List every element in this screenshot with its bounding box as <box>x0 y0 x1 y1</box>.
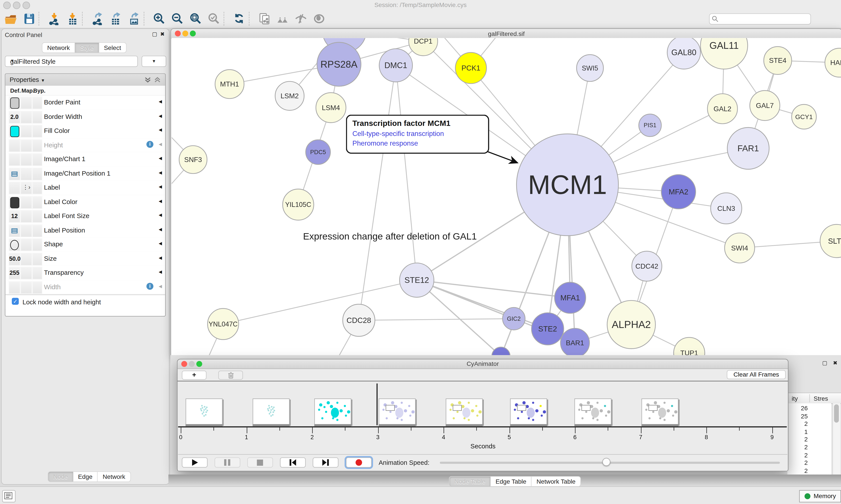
style-select[interactable]: galFiltered Style ▼ <box>5 56 138 67</box>
close-panel-icon[interactable]: ✖ <box>160 31 165 37</box>
collapse-all-icon[interactable] <box>154 77 161 83</box>
tab-edge[interactable]: Edge <box>73 471 98 482</box>
skip-start-button[interactable] <box>280 457 306 467</box>
frame-thumbnail-2[interactable] <box>252 398 289 425</box>
import-table-icon[interactable] <box>66 12 79 25</box>
console-button[interactable] <box>2 490 16 502</box>
position-icon[interactable] <box>8 224 20 237</box>
property-map-cell[interactable] <box>20 125 32 138</box>
table-cell-value[interactable]: 2 <box>787 420 808 427</box>
clear-all-frames-button[interactable]: Clear All Frames <box>727 370 786 379</box>
node-MTH1[interactable]: MTH1 <box>215 70 244 98</box>
property-map-cell[interactable] <box>20 210 32 223</box>
property-def-cell[interactable] <box>8 153 20 166</box>
save-session-icon[interactable] <box>22 12 35 25</box>
expand-arrow-icon[interactable]: ◀ <box>159 99 162 104</box>
network-edge[interactable] <box>396 65 417 280</box>
expand-arrow-icon[interactable]: ◀ <box>159 198 162 203</box>
delete-frame-button[interactable] <box>218 371 243 380</box>
add-frame-button[interactable]: + <box>182 371 207 380</box>
expand-arrow-icon[interactable]: ◀ <box>159 142 162 146</box>
table-cell-value[interactable]: 26 <box>787 405 808 411</box>
slider-thumb[interactable] <box>602 458 610 466</box>
frame-thumbnail-1[interactable] <box>185 398 222 425</box>
node-BAR1[interactable]: BAR1 <box>560 328 589 355</box>
property-def-cell[interactable] <box>8 125 20 138</box>
tab-network-table[interactable]: Network Table <box>532 476 581 487</box>
tab-select[interactable]: Select <box>99 42 126 53</box>
ellipse-shape-icon[interactable] <box>8 238 20 251</box>
node-TUP1[interactable]: TUP1 <box>674 337 705 355</box>
export-table-icon[interactable] <box>109 12 122 25</box>
property-row-fill-color[interactable]: Fill Color◀ <box>5 124 165 138</box>
property-row-label-color[interactable]: Label Color◀ <box>5 195 165 209</box>
tab-edge-table[interactable]: Edge Table <box>491 476 532 487</box>
node-GAL11[interactable]: GAL11 <box>700 38 748 69</box>
property-row-label[interactable]: ⋮›Label◀ <box>5 180 165 195</box>
expand-arrow-icon[interactable]: ◀ <box>159 184 162 189</box>
table-cell-value[interactable]: 25 <box>787 413 808 419</box>
node-STE12[interactable]: STE12 <box>399 263 434 297</box>
annotation-box[interactable]: Transcription factor MCM1 Cell-type-spec… <box>346 115 489 154</box>
node-FAR1[interactable]: FAR1 <box>727 127 769 169</box>
expand-arrow-icon[interactable]: ◀ <box>159 156 162 161</box>
table-cell-value[interactable]: 2 <box>787 436 808 443</box>
property-byp-cell[interactable] <box>32 139 42 152</box>
network-edge[interactable] <box>223 280 417 324</box>
node-LSM2[interactable]: LSM2 <box>275 82 304 110</box>
column-header[interactable]: Stres <box>813 395 828 401</box>
show-details-icon[interactable] <box>313 12 326 25</box>
node-STE4[interactable]: STE4 <box>764 47 791 74</box>
zoom-fit-icon[interactable] <box>189 12 202 25</box>
node-GCY1[interactable]: GCY1 <box>792 105 817 129</box>
tab-node[interactable]: Node <box>48 471 73 482</box>
property-byp-cell[interactable] <box>32 167 42 180</box>
scrollbar-thumb[interactable] <box>834 404 839 422</box>
open-session-icon[interactable] <box>4 12 17 25</box>
frame-thumbnail-5[interactable] <box>446 398 483 425</box>
copy-view-icon[interactable] <box>258 12 271 25</box>
expand-arrow-icon[interactable]: ◀ <box>159 213 162 217</box>
pause-button[interactable] <box>215 457 240 467</box>
skip-end-button[interactable] <box>313 457 339 467</box>
tab-network[interactable]: Network <box>42 42 75 53</box>
zoom-out-icon[interactable] <box>171 12 184 25</box>
node-CLN3[interactable]: CLN3 <box>711 193 742 224</box>
tab-style[interactable]: Style <box>75 42 99 53</box>
node-CDC42[interactable]: CDC42 <box>632 251 662 281</box>
network-canvas[interactable]: RPS28BDCP1RPS28ADMC1PCK1SWI5GAL80GAL11ST… <box>172 38 841 355</box>
property-def-cell[interactable]: 255 <box>8 267 20 280</box>
tab-network[interactable]: Network <box>98 471 131 482</box>
table-cell-value[interactable]: 2 <box>787 467 808 474</box>
import-network-icon[interactable] <box>48 12 61 25</box>
property-map-cell[interactable] <box>20 139 32 152</box>
export-network-icon[interactable] <box>91 12 104 25</box>
property-def-cell[interactable]: 12 <box>8 210 20 223</box>
timeline[interactable]: 0123456789Seconds <box>178 382 787 454</box>
property-map-cell[interactable] <box>20 281 32 294</box>
info-icon[interactable]: i <box>146 141 154 147</box>
node-CDC28[interactable]: CDC28 <box>343 304 375 337</box>
expand-arrow-icon[interactable]: ◀ <box>159 255 162 260</box>
property-row-border-width[interactable]: 2.0Border Width◀ <box>5 109 165 124</box>
property-map-cell[interactable] <box>20 267 32 280</box>
zoom-selected-icon[interactable] <box>208 12 220 25</box>
node-GAL7[interactable]: GAL7 <box>750 90 780 121</box>
node-ALPHA2[interactable]: ALPHA2 <box>607 300 655 348</box>
node-DMC1[interactable]: DMC1 <box>379 49 412 82</box>
node-unlabeled[interactable] <box>492 347 510 355</box>
play-button[interactable] <box>182 457 208 467</box>
expand-arrow-icon[interactable]: ◀ <box>159 227 162 232</box>
node-MFA1[interactable]: MFA1 <box>555 282 586 313</box>
property-byp-cell[interactable] <box>32 238 42 251</box>
node-GIC2[interactable]: GIC2 <box>503 307 525 330</box>
expand-arrow-icon[interactable]: ◀ <box>159 284 162 288</box>
property-byp-cell[interactable] <box>32 196 42 209</box>
frame-thumbnail-7[interactable] <box>574 398 611 425</box>
property-row-label-position[interactable]: Label Position◀ <box>5 223 165 238</box>
properties-header[interactable]: Properties ▼ <box>5 74 165 86</box>
property-row-shape[interactable]: Shape◀ <box>5 237 165 252</box>
search-network-icon[interactable] <box>276 12 289 25</box>
expand-arrow-icon[interactable]: ◀ <box>159 113 162 118</box>
float-panel-icon[interactable]: ▢ <box>152 31 157 37</box>
